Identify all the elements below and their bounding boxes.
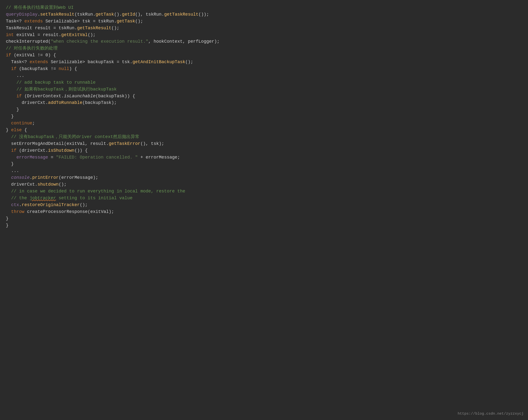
line-12: if (backupTask != null) {: [6, 66, 522, 72]
line-21: } else {: [6, 127, 522, 134]
comment-1: // 将任务执行结果设置到Web UI: [6, 5, 73, 10]
line-5: TaskResult result = tskRun.getTaskResult…: [6, 25, 522, 32]
line-33: throw createProcessorResponse(exitVal);: [6, 209, 522, 215]
line-13: ...: [6, 72, 522, 79]
watermark: https://blog.csdn.net/zyzzxycj: [458, 411, 524, 417]
line-9: // 对任务执行失败的处理: [6, 45, 522, 52]
code-container: // 将任务执行结果设置到Web UI queryDisplay.setTask…: [6, 4, 522, 229]
line-2: queryDisplay.setTaskResult(tskRun.getTas…: [6, 11, 522, 18]
line-34: }: [6, 215, 522, 222]
line-35: }: [6, 222, 522, 229]
line-7: int exitVal = result.getExitVal();: [6, 32, 522, 39]
line-26: }: [6, 161, 522, 168]
line-24: if (driverCxt.isShutdown()) {: [6, 147, 522, 154]
line-32: ctx.restoreOriginalTracker();: [6, 202, 522, 209]
line-17: driverCxt.addToRunnable(backupTask);: [6, 100, 522, 106]
line-27: ...: [6, 168, 522, 174]
line-18: }: [6, 106, 522, 113]
line-14: // add backup task to runnable: [6, 79, 522, 86]
line-30: // in case we decided to run everything …: [6, 188, 522, 195]
line-11: Task<? extends Serializable> backupTask …: [6, 59, 522, 66]
line-28: console.printError(errorMessage);: [6, 174, 522, 181]
line-15: // 如果有backupTask，则尝试执行backupTask: [6, 86, 522, 93]
line-25: errorMessage = "FAILED: Operation cancel…: [6, 154, 522, 161]
line-20: continue;: [6, 120, 522, 127]
line-10: if (exitVal != 0) {: [6, 52, 522, 59]
line-22: // 没有backupTask，只能关闭driver context然后抛出异常: [6, 134, 522, 140]
line-31: // the jobtracker setting to its initial…: [6, 195, 522, 202]
var-query: queryDisplay: [6, 12, 38, 17]
line-4: Task<? extends Serializable> tsk = tskRu…: [6, 18, 522, 25]
line-23: setErrorMsgAndDetail(exitVal, result.get…: [6, 140, 522, 147]
line-1: // 将任务执行结果设置到Web UI: [6, 4, 522, 11]
line-29: driverCxt.shutdown();: [6, 181, 522, 188]
line-8: checkInterrupted("when checking the exec…: [6, 38, 522, 45]
line-19: }: [6, 113, 522, 120]
line-16: if (DriverContext.isLaunchable(backupTas…: [6, 93, 522, 100]
